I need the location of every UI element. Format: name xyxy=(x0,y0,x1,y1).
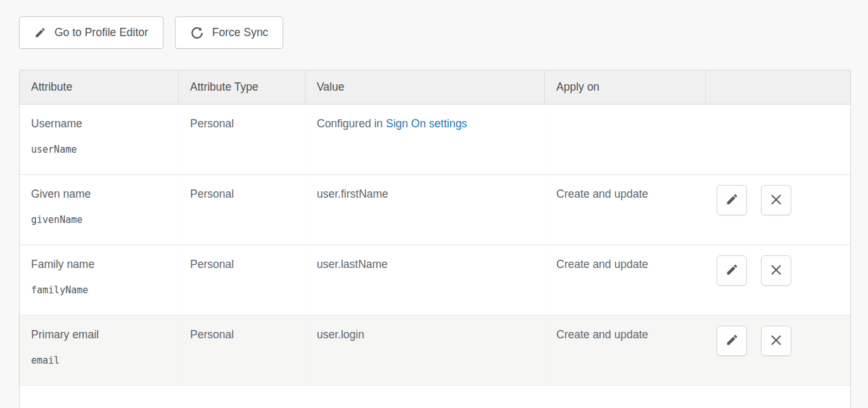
attribute-value: Configured in Sign On settings xyxy=(305,105,544,174)
go-to-profile-editor-label: Go to Profile Editor xyxy=(54,26,148,39)
delete-attribute-button[interactable] xyxy=(761,326,791,356)
close-icon xyxy=(770,193,782,208)
row-actions xyxy=(705,245,850,315)
apply-on: Create and update xyxy=(544,316,705,385)
attribute-type: Personal xyxy=(178,105,305,174)
attribute-cell: Primary email email xyxy=(20,316,178,385)
pencil-icon xyxy=(725,263,739,278)
table-row: Primary email email Personal user.login … xyxy=(20,316,850,386)
header-apply-on: Apply on xyxy=(544,70,705,104)
close-icon xyxy=(770,264,782,278)
edit-attribute-button[interactable] xyxy=(717,255,747,286)
attribute-name: userName xyxy=(31,144,172,155)
delete-attribute-button[interactable] xyxy=(761,255,791,286)
table-row-partial xyxy=(20,386,850,408)
pencil-icon xyxy=(725,333,739,348)
table-row: Given name givenName Personal user.first… xyxy=(20,175,850,245)
edit-attribute-button[interactable] xyxy=(717,326,747,356)
apply-on: Create and update xyxy=(544,245,705,315)
attribute-mappings-page: Go to Profile Editor Force Sync Attribut… xyxy=(0,0,868,408)
attribute-type: Personal xyxy=(178,316,305,385)
table-row: Family name familyName Personal user.las… xyxy=(20,245,850,316)
force-sync-label: Force Sync xyxy=(212,26,269,39)
toolbar: Go to Profile Editor Force Sync xyxy=(19,16,868,49)
attribute-mappings-table: Attribute Attribute Type Value Apply on … xyxy=(19,70,851,408)
attribute-label: Family name xyxy=(31,258,172,271)
attribute-name: givenName xyxy=(31,214,172,226)
table-row: Username userName Personal Configured in… xyxy=(20,105,850,175)
refresh-icon xyxy=(190,26,204,40)
table-header-row: Attribute Attribute Type Value Apply on xyxy=(20,70,850,105)
delete-attribute-button[interactable] xyxy=(761,185,791,215)
attribute-value: user.firstName xyxy=(305,175,544,245)
attribute-name: email xyxy=(31,355,172,366)
attribute-type: Personal xyxy=(178,245,305,315)
pencil-icon xyxy=(725,193,739,208)
force-sync-button[interactable]: Force Sync xyxy=(175,16,284,49)
attribute-cell: Given name givenName xyxy=(20,175,178,245)
attribute-cell: Family name familyName xyxy=(20,245,178,315)
attribute-name: familyName xyxy=(31,284,172,296)
apply-on: Create and update xyxy=(544,175,705,245)
attribute-label: Given name xyxy=(31,188,172,201)
header-attribute: Attribute xyxy=(20,70,178,104)
row-actions xyxy=(705,175,850,245)
attribute-value: user.lastName xyxy=(305,245,544,315)
attribute-cell: Username userName xyxy=(20,105,178,174)
table-body: Username userName Personal Configured in… xyxy=(20,105,850,386)
header-value: Value xyxy=(305,70,544,104)
header-attribute-type: Attribute Type xyxy=(178,70,305,104)
pencil-icon xyxy=(34,27,46,39)
attribute-value: user.login xyxy=(305,316,544,385)
attribute-type: Personal xyxy=(178,175,305,245)
close-icon xyxy=(770,334,782,348)
edit-attribute-button[interactable] xyxy=(717,185,747,215)
attribute-label: Primary email xyxy=(31,328,172,341)
row-actions xyxy=(705,316,850,385)
sign-on-settings-link[interactable]: Sign On settings xyxy=(386,117,467,130)
go-to-profile-editor-button[interactable]: Go to Profile Editor xyxy=(19,16,163,49)
row-actions xyxy=(705,105,850,174)
apply-on xyxy=(544,105,705,174)
attribute-label: Username xyxy=(31,117,172,131)
header-actions xyxy=(705,70,850,104)
